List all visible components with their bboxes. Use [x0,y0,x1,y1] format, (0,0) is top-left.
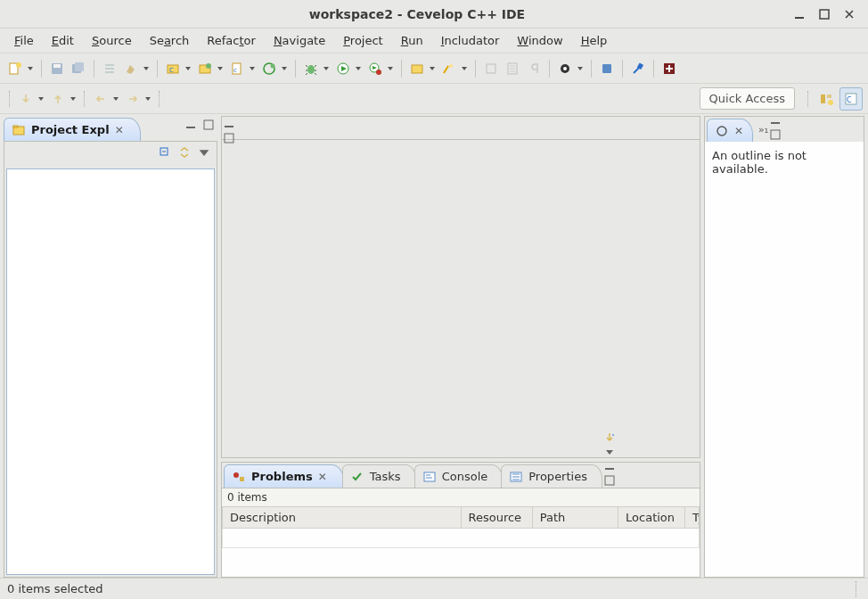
view-maximize-icon[interactable] [201,118,216,132]
svg-text:c: c [233,67,237,74]
build-dropdown[interactable] [141,58,151,79]
svg-text:C: C [169,67,174,74]
menu-source[interactable]: Source [85,30,139,51]
project-explorer-tab[interactable]: Project Expl ✕ [4,118,141,141]
properties-tab-label: Properties [528,470,587,483]
project-explorer-toolbar [4,142,217,163]
show-whitespace-button[interactable] [503,58,522,79]
profile-dropdown[interactable] [385,58,396,79]
new-button[interactable] [5,58,25,79]
tasks-tab[interactable]: Tasks [342,464,416,488]
project-explorer-tab-label: Project Expl [31,123,110,136]
menu-help[interactable]: Help [574,30,615,51]
open-task-button[interactable] [597,58,617,79]
svg-rect-45 [605,468,614,470]
close-icon[interactable]: ✕ [318,471,327,483]
outline-overflow-indicator[interactable]: »₁ [758,124,768,135]
problems-table[interactable]: Description Resource Path Location Type [222,506,700,548]
nav-up-icon[interactable] [48,88,68,110]
nav-up-dropdown[interactable] [68,88,78,110]
new-source-file-button[interactable]: c [227,58,247,79]
properties-tab[interactable]: Properties [501,464,602,488]
close-icon[interactable]: ✕ [115,124,124,136]
search-dropdown[interactable] [459,58,470,79]
editor-empty-body [221,139,700,458]
new-source-file-dropdown[interactable] [247,58,258,79]
console-tab[interactable]: Console [414,464,504,488]
toggle-paragraph-button[interactable] [524,58,544,79]
nav-forward-icon[interactable] [123,88,143,110]
new-class-button[interactable] [259,58,279,79]
menu-file[interactable]: File [7,30,41,51]
collapse-all-icon[interactable] [158,145,172,160]
next-annotation-dropdown[interactable] [575,58,585,79]
editor-minimize-icon[interactable] [222,117,236,131]
debug-button[interactable] [301,58,321,79]
editor-area: Problems ✕ Tasks Console Properties [221,116,700,578]
menu-project[interactable]: Project [336,30,390,51]
menu-window[interactable]: Window [510,30,569,51]
next-annotation-button[interactable] [555,58,575,79]
view-minimize-icon[interactable] [768,113,782,127]
menu-edit[interactable]: Edit [45,30,81,51]
window-minimize-button[interactable] [793,8,806,21]
window-maximize-button[interactable] [818,8,831,21]
navigation-toolbar: Quick Access C [0,84,868,114]
new-cpp-project-dropdown[interactable] [183,58,193,79]
menu-includator[interactable]: Includator [434,30,507,51]
view-minimize-icon[interactable] [602,459,617,473]
toggle-block-select-button[interactable] [481,58,501,79]
save-button[interactable] [47,58,67,79]
save-all-button[interactable] [69,58,88,79]
nav-forward-dropdown[interactable] [143,88,153,110]
run-dropdown[interactable] [353,58,364,79]
outline-body: An outline is not available. [705,142,864,577]
run-button[interactable] [333,58,353,79]
nav-back-icon[interactable] [91,88,111,110]
open-type-button[interactable] [407,58,427,79]
cpp-perspective-button[interactable]: C [839,87,863,111]
new-folder-dropdown[interactable] [215,58,225,79]
quick-access-input[interactable]: Quick Access [700,87,795,110]
project-explorer-tree[interactable] [6,168,215,575]
new-dropdown[interactable] [25,58,36,79]
menu-search[interactable]: Search [143,30,197,51]
problems-filter-icon[interactable] [602,431,617,445]
debug-dropdown[interactable] [321,58,332,79]
new-folder-button[interactable] [195,58,215,79]
problems-col-location[interactable]: Location [618,507,685,529]
outline-tab[interactable]: ✕ [707,119,753,142]
build-button[interactable] [121,58,141,79]
switch-source-header-button[interactable] [100,58,119,79]
bottom-pane: Problems ✕ Tasks Console Properties [221,462,700,578]
view-maximize-icon[interactable] [768,127,782,142]
view-menu-icon[interactable] [197,145,211,160]
close-icon[interactable]: ✕ [734,125,743,137]
open-type-dropdown[interactable] [427,58,438,79]
profile-button[interactable] [365,58,385,79]
search-button[interactable] [439,58,459,79]
problems-col-type[interactable]: Type [684,507,699,529]
problems-col-path[interactable]: Path [532,507,618,529]
nav-down-icon[interactable] [16,88,36,110]
menu-run[interactable]: Run [394,30,430,51]
hospital-icon[interactable] [659,58,679,79]
window-close-button[interactable] [843,8,856,21]
menu-navigate[interactable]: Navigate [266,30,332,51]
open-perspective-button[interactable] [815,87,838,111]
nav-back-dropdown[interactable] [111,88,121,110]
view-minimize-icon[interactable] [184,118,198,132]
new-class-dropdown[interactable] [279,58,290,79]
svg-rect-0 [795,17,804,19]
problems-col-resource[interactable]: Resource [461,507,532,529]
problems-col-description[interactable]: Description [223,507,462,529]
problems-tab[interactable]: Problems ✕ [224,464,344,488]
new-cpp-project-button[interactable]: C [163,58,183,79]
editor-maximize-icon[interactable] [222,131,236,145]
view-menu-icon[interactable] [602,445,617,459]
link-editor-icon[interactable] [177,145,192,160]
view-maximize-icon[interactable] [602,473,617,488]
nav-down-dropdown[interactable] [36,88,46,110]
pin-editor-button[interactable] [628,58,648,79]
menu-refactor[interactable]: Refactor [200,30,263,51]
